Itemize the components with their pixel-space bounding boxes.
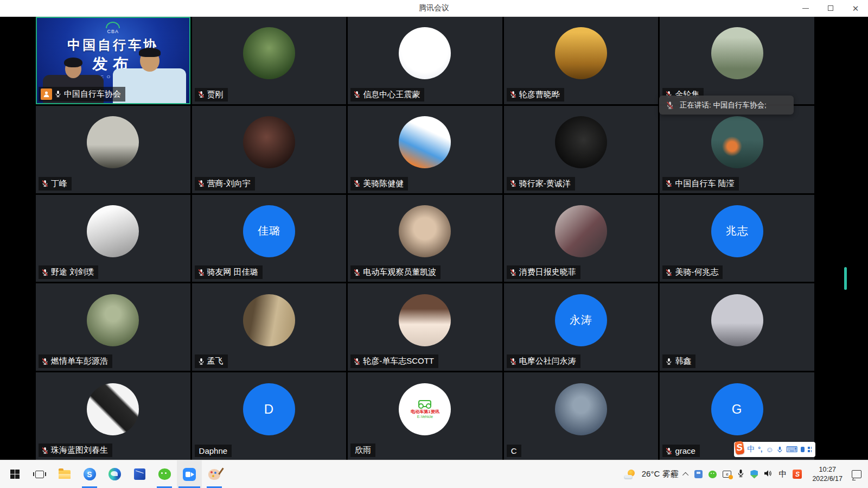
participant-tile[interactable]: 信息中心王震蒙: [348, 17, 502, 104]
participant-name: 珠海蓝图刘春生: [51, 445, 108, 455]
weather-icon[interactable]: [624, 470, 636, 479]
participant-avatar: D: [243, 383, 295, 435]
participant-tile[interactable]: 佳璐 骑友网 田佳璐: [192, 195, 347, 282]
edge-button[interactable]: [102, 460, 127, 488]
participant-avatar: [555, 116, 607, 168]
ime-voice-icon[interactable]: [777, 446, 783, 453]
mic-status-icon: [353, 180, 361, 187]
taskbar: S 26°C 雾霾 e 中 S 10:27: [0, 460, 868, 488]
mic-status-icon: [41, 180, 49, 187]
participant-tile[interactable]: 中国自行车 陆滢: [660, 106, 814, 193]
participant-tile[interactable]: 兆志 美骑-何兆志: [660, 195, 814, 282]
input-language-indicator[interactable]: 中: [778, 469, 787, 479]
display-cast-icon[interactable]: e: [723, 471, 731, 478]
tray-overflow-chevron-icon[interactable]: [682, 472, 688, 478]
mic-status-icon: [665, 180, 673, 187]
participant-tile[interactable]: 永涛 电摩公社闫永涛: [504, 283, 659, 371]
wechat-tray-icon[interactable]: [709, 471, 717, 478]
wechat-button[interactable]: [152, 460, 177, 488]
usb-device-icon[interactable]: [694, 470, 703, 478]
participant-name: 营商-刘向宇: [207, 179, 251, 189]
participant-name: 野途 刘剑璞: [51, 267, 94, 277]
tencent-meeting-button[interactable]: [177, 460, 202, 488]
ime-punctuation-icon[interactable]: °,: [758, 446, 762, 453]
participant-name: 美骑陈健健: [363, 179, 404, 189]
participant-avatar: [555, 383, 607, 435]
participant-tile[interactable]: 电动车观察员董凯波: [348, 195, 502, 282]
participant-tile[interactable]: 野途 刘剑璞: [36, 195, 190, 282]
paint-button[interactable]: [202, 460, 227, 488]
security-shield-icon[interactable]: [750, 470, 758, 479]
participant-name-tag: 消费日报史晓菲: [507, 265, 580, 279]
start-button[interactable]: [2, 460, 27, 488]
mail-button[interactable]: [127, 460, 152, 488]
sogou-ime-tray-icon[interactable]: S: [793, 470, 802, 479]
mic-status-icon: [197, 269, 205, 276]
participant-tile[interactable]: 珠海蓝图刘春生: [36, 372, 190, 460]
participant-avatar: [555, 27, 607, 79]
close-button[interactable]: ✕: [843, 0, 868, 16]
mic-status-icon: [665, 447, 673, 455]
volume-icon[interactable]: [764, 470, 773, 479]
participant-tile[interactable]: C: [504, 372, 659, 460]
action-center-icon[interactable]: [852, 470, 861, 478]
sogou-logo-icon[interactable]: S: [734, 441, 744, 455]
participant-tile[interactable]: D Daphne: [192, 372, 347, 460]
participant-tile[interactable]: 营商-刘向宇: [192, 106, 347, 193]
participant-tile[interactable]: 消费日报史晓菲: [504, 195, 659, 282]
participant-tile[interactable]: 轮彦-单车志SCOTT: [348, 283, 502, 371]
taskbar-clock[interactable]: 10:27 2022/6/17: [812, 465, 843, 483]
participant-tile[interactable]: 电动车第1资讯E-Vehicle 欣雨: [348, 372, 502, 460]
participant-avatar: [243, 294, 295, 346]
participant-tile[interactable]: 金轮集: [660, 17, 814, 104]
participant-name: 孟飞: [207, 356, 224, 366]
close-icon: ✕: [852, 4, 859, 12]
participant-avatar: [243, 27, 295, 79]
mic-status-icon: [353, 91, 361, 98]
participant-tile[interactable]: 轮彦曹晓晔: [504, 17, 659, 104]
participant-name-tag: 骑行家-黄诚洋: [507, 177, 575, 191]
clock-time: 10:27: [819, 466, 836, 473]
microphone-tray-icon[interactable]: [737, 469, 744, 480]
participant-name-tag: 中国自行车协会: [39, 87, 125, 102]
ime-keyboard-icon[interactable]: ⌨: [786, 445, 798, 454]
participant-tile[interactable]: 贾刚: [192, 17, 347, 104]
participant-name: 电摩公社闫永涛: [519, 356, 576, 366]
mic-status-icon: [509, 91, 517, 98]
meeting-area: CBA 中国自行车协 发布 CONF 中国自行车协会: [0, 17, 868, 460]
participant-avatar: 电动车第1资讯E-Vehicle: [399, 383, 451, 435]
participant-avatar: [87, 383, 139, 435]
participant-tile[interactable]: 骑行家-黄诚洋: [504, 106, 659, 193]
participant-name: 丁峰: [51, 179, 67, 189]
ime-skin-icon[interactable]: [801, 447, 805, 452]
participant-avatar: [243, 116, 295, 168]
grid-scrollbar[interactable]: [844, 267, 847, 290]
participant-name: C: [511, 446, 517, 455]
participant-tile[interactable]: 丁峰: [36, 106, 190, 193]
task-view-button[interactable]: [27, 460, 52, 488]
mic-status-icon: [197, 358, 205, 365]
mail-icon: [134, 468, 145, 480]
participant-name-tag: 轮彦曹晓晔: [507, 88, 564, 102]
speaking-toast: 正在讲话: 中国自行车协会;: [659, 96, 794, 115]
participant-avatar: [711, 27, 763, 79]
participant-tile[interactable]: 孟飞: [192, 283, 347, 371]
mic-status-icon: [353, 358, 361, 365]
participant-tile[interactable]: 燃情单车彭源浩: [36, 283, 190, 371]
sogou-browser-icon: S: [84, 468, 96, 480]
sogou-browser-button[interactable]: S: [77, 460, 102, 488]
restore-icon: [828, 5, 833, 11]
participant-avatar: 佳璐: [243, 205, 295, 257]
file-explorer-button[interactable]: [52, 460, 77, 488]
participant-tile[interactable]: 美骑陈健健: [348, 106, 502, 193]
weather-text[interactable]: 26°C 雾霾: [642, 469, 679, 479]
ime-emoji-icon[interactable]: ☺: [765, 445, 773, 454]
participant-avatar: [711, 116, 763, 168]
ime-lang-mode[interactable]: 中: [747, 445, 755, 454]
participant-tile[interactable]: CBA 中国自行车协 发布 CONF 中国自行车协会: [36, 17, 190, 104]
mic-status-icon: [197, 180, 205, 187]
minimize-button[interactable]: [793, 0, 818, 16]
participant-tile[interactable]: 韩鑫: [660, 283, 814, 371]
ime-toolbox-icon[interactable]: [808, 447, 812, 452]
restore-button[interactable]: [818, 0, 843, 16]
